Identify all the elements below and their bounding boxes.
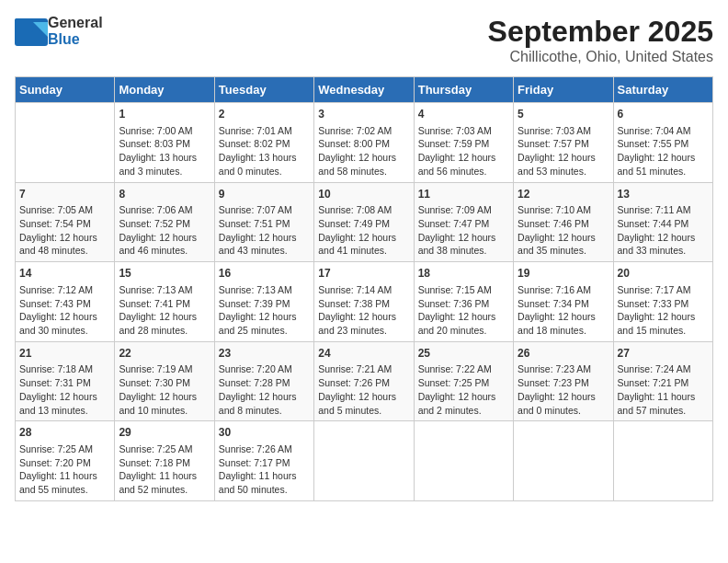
day-info: Sunrise: 7:11 AM Sunset: 7:44 PM Dayligh… [618,203,709,258]
day-info: Sunrise: 7:13 AM Sunset: 7:41 PM Dayligh… [119,283,210,338]
day-number: 6 [618,107,709,122]
day-info: Sunrise: 7:08 AM Sunset: 7:49 PM Dayligh… [318,203,409,258]
day-info: Sunrise: 7:07 AM Sunset: 7:51 PM Dayligh… [219,203,310,258]
day-number: 15 [119,266,210,282]
month-title: September 2025 [488,15,713,49]
day-number: 7 [19,187,110,202]
calendar-cell: 27Sunrise: 7:24 AM Sunset: 7:21 PM Dayli… [613,341,712,421]
calendar-cell: 17Sunrise: 7:14 AM Sunset: 7:38 PM Dayli… [314,262,414,342]
day-info: Sunrise: 7:19 AM Sunset: 7:30 PM Dayligh… [119,362,210,417]
day-info: Sunrise: 7:25 AM Sunset: 7:18 PM Dayligh… [119,442,210,497]
calendar-cell: 21Sunrise: 7:18 AM Sunset: 7:31 PM Dayli… [16,341,115,421]
calendar-cell: 10Sunrise: 7:08 AM Sunset: 7:49 PM Dayli… [314,182,414,262]
day-info: Sunrise: 7:20 AM Sunset: 7:28 PM Dayligh… [219,362,310,417]
day-number: 3 [318,107,409,122]
day-number: 22 [119,346,210,362]
logo-text: General Blue [48,15,103,47]
calendar-cell: 28Sunrise: 7:25 AM Sunset: 7:20 PM Dayli… [16,421,115,501]
calendar-cell: 16Sunrise: 7:13 AM Sunset: 7:39 PM Dayli… [214,262,313,342]
calendar-cell: 18Sunrise: 7:15 AM Sunset: 7:36 PM Dayli… [414,262,513,342]
day-info: Sunrise: 7:21 AM Sunset: 7:26 PM Dayligh… [318,362,409,417]
column-header-sunday: Sunday [16,77,115,103]
day-number: 23 [219,346,310,362]
day-number: 27 [618,346,709,362]
day-info: Sunrise: 7:14 AM Sunset: 7:38 PM Dayligh… [318,283,409,338]
calendar-cell: 1Sunrise: 7:00 AM Sunset: 8:03 PM Daylig… [115,103,214,183]
day-info: Sunrise: 7:12 AM Sunset: 7:43 PM Dayligh… [19,283,110,338]
title-block: September 2025 Chillicothe, Ohio, United… [488,15,713,65]
day-info: Sunrise: 7:10 AM Sunset: 7:46 PM Dayligh… [518,203,609,258]
day-info: Sunrise: 7:24 AM Sunset: 7:21 PM Dayligh… [618,362,709,417]
calendar-cell [613,421,712,501]
calendar-cell: 25Sunrise: 7:22 AM Sunset: 7:25 PM Dayli… [414,341,513,421]
calendar-cell: 20Sunrise: 7:17 AM Sunset: 7:33 PM Dayli… [613,262,712,342]
calendar-cell: 23Sunrise: 7:20 AM Sunset: 7:28 PM Dayli… [214,341,313,421]
day-info: Sunrise: 7:01 AM Sunset: 8:02 PM Dayligh… [219,124,310,178]
day-number: 2 [219,107,310,122]
calendar-cell: 30Sunrise: 7:26 AM Sunset: 7:17 PM Dayli… [214,421,313,501]
day-number: 24 [318,346,409,362]
day-info: Sunrise: 7:05 AM Sunset: 7:54 PM Dayligh… [19,203,110,258]
calendar-cell: 9Sunrise: 7:07 AM Sunset: 7:51 PM Daylig… [214,182,313,262]
day-info: Sunrise: 7:18 AM Sunset: 7:31 PM Dayligh… [19,362,110,417]
calendar-cell: 8Sunrise: 7:06 AM Sunset: 7:52 PM Daylig… [115,182,214,262]
location-title: Chillicothe, Ohio, United States [488,49,713,65]
calendar-cell: 22Sunrise: 7:19 AM Sunset: 7:30 PM Dayli… [115,341,214,421]
calendar-cell: 3Sunrise: 7:02 AM Sunset: 8:00 PM Daylig… [314,103,414,183]
column-header-tuesday: Tuesday [214,77,313,103]
column-header-wednesday: Wednesday [314,77,414,103]
day-number: 18 [418,266,509,282]
day-info: Sunrise: 7:06 AM Sunset: 7:52 PM Dayligh… [119,203,210,258]
day-info: Sunrise: 7:03 AM Sunset: 7:57 PM Dayligh… [518,124,609,178]
calendar-table: SundayMondayTuesdayWednesdayThursdayFrid… [15,76,713,501]
day-number: 26 [518,346,609,362]
day-number: 29 [119,425,210,441]
svg-rect-2 [15,18,33,32]
day-info: Sunrise: 7:22 AM Sunset: 7:25 PM Dayligh… [418,362,509,417]
calendar-cell: 14Sunrise: 7:12 AM Sunset: 7:43 PM Dayli… [16,262,115,342]
logo-icon [15,18,44,44]
day-number: 16 [219,266,310,282]
calendar-cell: 13Sunrise: 7:11 AM Sunset: 7:44 PM Dayli… [613,182,712,262]
day-info: Sunrise: 7:16 AM Sunset: 7:34 PM Dayligh… [518,283,609,338]
day-number: 8 [119,187,210,202]
calendar-cell: 2Sunrise: 7:01 AM Sunset: 8:02 PM Daylig… [214,103,313,183]
day-info: Sunrise: 7:26 AM Sunset: 7:17 PM Dayligh… [219,442,310,497]
day-number: 14 [19,266,110,282]
calendar-cell [414,421,513,501]
day-number: 12 [518,187,609,202]
day-number: 5 [518,107,609,122]
calendar-cell: 29Sunrise: 7:25 AM Sunset: 7:18 PM Dayli… [115,421,214,501]
column-header-thursday: Thursday [414,77,513,103]
calendar-cell: 15Sunrise: 7:13 AM Sunset: 7:41 PM Dayli… [115,262,214,342]
calendar-cell: 6Sunrise: 7:04 AM Sunset: 7:55 PM Daylig… [613,103,712,183]
day-info: Sunrise: 7:17 AM Sunset: 7:33 PM Dayligh… [618,283,709,338]
day-number: 25 [418,346,509,362]
day-number: 1 [119,107,210,122]
calendar-cell: 4Sunrise: 7:03 AM Sunset: 7:59 PM Daylig… [414,103,513,183]
day-number: 9 [219,187,310,202]
calendar-cell [314,421,414,501]
day-number: 20 [618,266,709,282]
day-info: Sunrise: 7:02 AM Sunset: 8:00 PM Dayligh… [318,124,409,178]
calendar-cell: 26Sunrise: 7:23 AM Sunset: 7:23 PM Dayli… [514,341,613,421]
calendar-cell: 12Sunrise: 7:10 AM Sunset: 7:46 PM Dayli… [514,182,613,262]
calendar-cell: 19Sunrise: 7:16 AM Sunset: 7:34 PM Dayli… [514,262,613,342]
day-info: Sunrise: 7:04 AM Sunset: 7:55 PM Dayligh… [618,124,709,178]
calendar-cell [514,421,613,501]
day-number: 13 [618,187,709,202]
calendar-cell: 5Sunrise: 7:03 AM Sunset: 7:57 PM Daylig… [514,103,613,183]
day-info: Sunrise: 7:00 AM Sunset: 8:03 PM Dayligh… [119,124,210,178]
day-info: Sunrise: 7:13 AM Sunset: 7:39 PM Dayligh… [219,283,310,338]
day-info: Sunrise: 7:23 AM Sunset: 7:23 PM Dayligh… [518,362,609,417]
column-header-friday: Friday [514,77,613,103]
day-number: 30 [219,425,310,441]
day-number: 17 [318,266,409,282]
day-info: Sunrise: 7:03 AM Sunset: 7:59 PM Dayligh… [418,124,509,178]
logo: General Blue [15,15,103,47]
calendar-cell [16,103,115,183]
column-header-saturday: Saturday [613,77,712,103]
column-header-monday: Monday [115,77,214,103]
day-info: Sunrise: 7:25 AM Sunset: 7:20 PM Dayligh… [19,442,110,497]
day-number: 21 [19,346,110,362]
